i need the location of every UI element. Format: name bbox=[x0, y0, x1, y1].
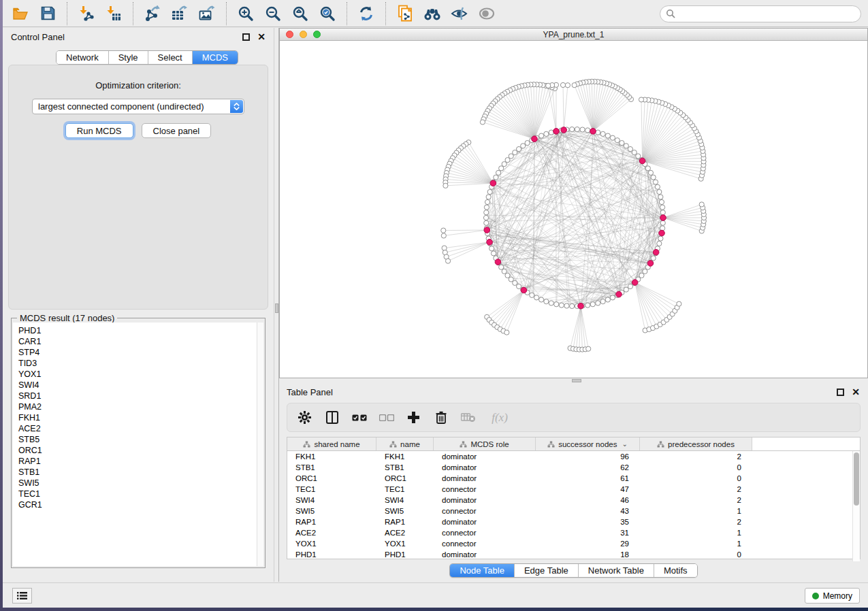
mcds-result-item[interactable]: GCR1 bbox=[18, 499, 257, 510]
mcds-result-item[interactable]: TID3 bbox=[18, 358, 257, 369]
memory-button[interactable]: Memory bbox=[805, 588, 860, 604]
table-scrollbar[interactable] bbox=[852, 451, 860, 561]
delete-column-button[interactable] bbox=[430, 407, 451, 428]
zoom-out-button[interactable] bbox=[259, 2, 287, 25]
mcds-result-item[interactable]: CAR1 bbox=[18, 336, 257, 347]
mcds-result-item[interactable]: SWI5 bbox=[18, 478, 257, 489]
mcds-result-item[interactable]: SRD1 bbox=[18, 391, 257, 401]
mcds-result-item[interactable]: SWI4 bbox=[18, 380, 257, 391]
hide-selected-icon bbox=[451, 6, 468, 21]
cell-mcds_role: dominator bbox=[434, 495, 536, 506]
network-list-button[interactable] bbox=[12, 588, 32, 604]
table-row[interactable]: FKH1FKH1dominator962 bbox=[287, 451, 860, 462]
table-row[interactable]: YOX1YOX1connector291 bbox=[287, 538, 860, 549]
cell-successor_nodes: 46 bbox=[536, 495, 640, 506]
column-header-label: name bbox=[400, 440, 420, 448]
cell-name: SWI4 bbox=[376, 495, 434, 506]
close-panel-icon[interactable]: ✕ bbox=[257, 33, 266, 41]
function-builder-button[interactable]: f(x) bbox=[485, 407, 515, 428]
criterion-dropdown[interactable]: largest connected component (undirected) bbox=[32, 99, 244, 114]
table-row[interactable]: SWI4SWI4dominator462 bbox=[287, 495, 860, 506]
mcds-result-item[interactable]: RAP1 bbox=[18, 456, 257, 467]
control-panel-tab-select[interactable]: Select bbox=[148, 51, 193, 64]
table-row[interactable]: RAP1RAP1dominator352 bbox=[287, 516, 860, 527]
open-file-button[interactable] bbox=[7, 2, 34, 25]
column-layout-button[interactable] bbox=[321, 407, 342, 428]
horizontal-splitter[interactable] bbox=[279, 378, 868, 383]
show-all-button[interactable] bbox=[473, 2, 500, 25]
maximize-window-icon[interactable] bbox=[313, 31, 321, 38]
refresh-layout-button[interactable] bbox=[353, 2, 380, 25]
minimize-window-icon[interactable] bbox=[300, 31, 307, 38]
toolbar-separator bbox=[347, 2, 347, 25]
table-tab-motifs[interactable]: Motifs bbox=[654, 564, 697, 577]
mcds-result-item[interactable]: PHD1 bbox=[18, 325, 257, 336]
control-panel-tab-network[interactable]: Network bbox=[57, 51, 109, 64]
float-panel-icon[interactable] bbox=[837, 389, 844, 396]
hide-selected-button[interactable] bbox=[446, 2, 473, 25]
mcds-result-item[interactable]: STP4 bbox=[18, 347, 257, 358]
clone-network-button[interactable] bbox=[391, 2, 419, 25]
cell-name: YOX1 bbox=[376, 538, 434, 549]
vertical-splitter[interactable] bbox=[274, 28, 279, 582]
table-row[interactable]: SWI5SWI5connector431 bbox=[287, 506, 860, 516]
run-mcds-button[interactable]: Run MCDS bbox=[65, 123, 133, 138]
table-tab-edge-table[interactable]: Edge Table bbox=[515, 564, 579, 577]
table-row[interactable]: STB1STB1dominator620 bbox=[287, 462, 860, 473]
table-row[interactable]: TEC1TEC1connector472 bbox=[287, 484, 860, 495]
table-row[interactable]: PHD1PHD1dominator180 bbox=[287, 549, 860, 559]
mcds-result-scrollbar[interactable] bbox=[257, 323, 263, 566]
mcds-tab-content: Optimization criterion: largest connecte… bbox=[8, 65, 268, 310]
select-all-rows-button[interactable] bbox=[349, 407, 370, 428]
delete-table-button[interactable] bbox=[457, 407, 479, 428]
mcds-result-item[interactable]: ORC1 bbox=[18, 445, 257, 456]
deselect-all-rows-button[interactable] bbox=[376, 407, 397, 428]
column-header-successor-nodes[interactable]: successor nodes⌄ bbox=[536, 437, 640, 450]
close-panel-button[interactable]: Close panel bbox=[142, 123, 212, 138]
zoom-in-button[interactable] bbox=[232, 2, 259, 25]
close-panel-icon[interactable]: ✕ bbox=[852, 389, 860, 396]
splitter-grip[interactable] bbox=[572, 379, 581, 382]
splitter-grip[interactable] bbox=[275, 303, 278, 313]
zoom-selected-button[interactable] bbox=[314, 2, 341, 25]
search-input[interactable] bbox=[660, 5, 861, 22]
column-header-MCDS-role[interactable]: MCDS role bbox=[434, 437, 536, 450]
close-window-icon[interactable] bbox=[286, 31, 293, 38]
add-column-button[interactable] bbox=[403, 407, 424, 428]
column-header-name[interactable]: name bbox=[376, 437, 434, 450]
zoom-fit-icon bbox=[292, 5, 308, 22]
save-session-button[interactable] bbox=[34, 2, 61, 25]
mcds-result-item[interactable]: TEC1 bbox=[18, 489, 257, 499]
mcds-result-item[interactable]: FKH1 bbox=[18, 412, 257, 423]
mcds-result-item[interactable]: PMA2 bbox=[18, 401, 257, 412]
import-network-button[interactable] bbox=[73, 2, 100, 25]
mcds-result-item[interactable]: YOX1 bbox=[18, 369, 257, 380]
export-image-button[interactable] bbox=[193, 2, 221, 25]
mcds-result-item[interactable]: STB1 bbox=[18, 467, 257, 478]
table-scrollbar-thumb[interactable] bbox=[854, 452, 859, 506]
cell-predecessor_nodes: 0 bbox=[640, 473, 752, 484]
zoom-fit-button[interactable] bbox=[287, 2, 314, 25]
table-tab-node-table[interactable]: Node Table bbox=[450, 564, 515, 577]
control-panel-tab-mcds[interactable]: MCDS bbox=[193, 51, 238, 64]
column-header-shared-name[interactable]: shared name bbox=[287, 437, 376, 450]
node-table: shared namenameMCDS rolesuccessor nodes⌄… bbox=[287, 437, 861, 559]
table-tab-network-table[interactable]: Network Table bbox=[579, 564, 654, 577]
float-panel-icon[interactable] bbox=[242, 33, 250, 41]
table-options-gear-button[interactable] bbox=[294, 407, 315, 428]
zoom-out-icon bbox=[265, 5, 281, 22]
export-table-button[interactable] bbox=[166, 2, 193, 25]
control-panel-tab-style[interactable]: Style bbox=[109, 51, 148, 64]
table-row[interactable]: ACE2ACE2connector311 bbox=[287, 527, 860, 538]
find-button[interactable] bbox=[419, 2, 446, 25]
mcds-result-list[interactable]: PHD1CAR1STP4TID3YOX1SWI4SRD1PMA2FKH1ACE2… bbox=[13, 323, 257, 566]
export-network-button[interactable] bbox=[139, 2, 166, 25]
column-header-predecessor-nodes[interactable]: predecessor nodes bbox=[640, 437, 752, 450]
mcds-result-item[interactable]: STB5 bbox=[18, 434, 257, 445]
network-canvas[interactable] bbox=[280, 42, 867, 378]
table-row[interactable]: ORC1ORC1dominator610 bbox=[287, 473, 860, 484]
node-table-body: FKH1FKH1dominator962STB1STB1dominator620… bbox=[287, 451, 860, 559]
import-table-button[interactable] bbox=[100, 2, 127, 25]
mcds-result-item[interactable]: ACE2 bbox=[18, 423, 257, 434]
cell-name: ACE2 bbox=[376, 527, 434, 538]
